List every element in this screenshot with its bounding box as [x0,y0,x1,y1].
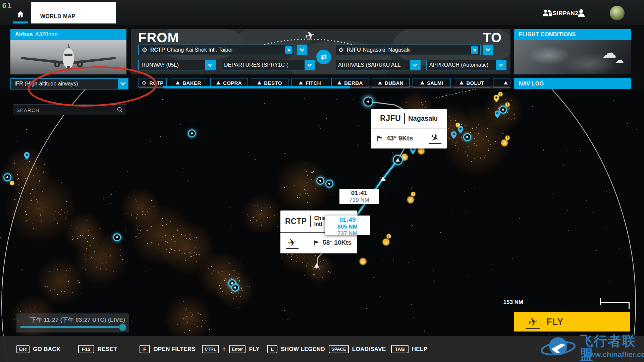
hint-label: HELP [412,346,428,353]
chevron-down-icon[interactable] [496,60,506,70]
hint-show-legend: LSHOW LEGEND [267,336,325,362]
waypoint-scrollbar-thumb[interactable] [163,86,350,88]
waypoint-chip-label: BERBA [344,80,363,86]
map-pin-icon[interactable] [24,152,30,161]
alert-marker[interactable]: ! [498,92,503,97]
poi-star-marker[interactable]: ★ [407,196,415,204]
clear-to-button[interactable]: ✕ [471,46,478,54]
approach-dropdown[interactable]: APPROACH (Automatic) [426,60,506,70]
airport-marker-icon[interactable] [3,173,11,181]
flight-rules-dropdown[interactable]: IFR (High-altitude airways) [10,78,128,89]
waypoint-scrollbar-track[interactable] [139,86,510,88]
world-map[interactable]: !★★!★!★★!!!!★! RJFU Nagasaki 43° 9Kts ✈ [0,89,644,362]
swap-airports-button[interactable]: ⇄ [316,50,331,64]
search-input[interactable]: SEARCH [13,105,126,115]
from-name: Chiang Kai Shek Intl, Taipei [167,47,232,53]
tab-world-map[interactable]: WORLD MAP [31,2,116,23]
aircraft-maker: Airbus [15,32,33,38]
time-display: 下午 11:27 (下午 03:27 UTC) (LIVE) [31,316,125,324]
aircraft-panel[interactable]: Airbus A320neo [10,29,126,74]
airport-marker-icon[interactable] [231,284,239,292]
dest-wind: 43° 9Kts [386,134,413,142]
watermark-url: www.chinaflier.com [584,350,644,359]
from-dropdown-chevron[interactable] [297,45,307,55]
airport-marker-icon[interactable] [325,180,333,188]
watermark: 飞行者联盟 www.chinaflier.com [540,334,641,362]
key-space: SPACE [329,345,349,353]
tab-world-map-label: WORLD MAP [40,13,75,19]
waypoint-chip-label: BESTO [264,80,282,86]
aircraft-image [10,40,126,74]
map-pin-icon[interactable] [458,126,464,135]
arrivals-dropdown[interactable]: ARRIVALS (SARUKU ALL [335,60,421,70]
time-slider-panel[interactable]: 下午 11:27 (下午 03:27 UTC) (LIVE) [16,313,129,333]
hint-load-save: SPACELOAD/SAVE [329,336,386,362]
waypoint-chip-label: BOLUT [466,80,484,86]
waypoint-triangle-icon [420,81,424,84]
flight-conditions-panel[interactable]: FLIGHT CONDITIONS ☁ ☁ [514,29,631,74]
hint-open-filters: FOPEN FILTERS [140,336,196,362]
airport-marker-icon[interactable] [113,233,121,241]
airport-marker-icon[interactable] [316,177,324,185]
map-pin-yellow-icon[interactable] [494,95,499,104]
leg1-time: 01:41 [339,189,379,197]
waypoint-chip-label: DUBAN [385,80,404,86]
from-airport-field[interactable]: RCTPChiang Kai Shek Intl, Taipei ✕ [138,45,295,55]
origin-icao: RCTP [285,217,307,226]
alert-marker[interactable]: ! [386,234,391,239]
flight-rules-value: IFR (High-altitude airways) [11,81,118,87]
airport-marker-icon[interactable] [499,106,507,114]
from-icao: RCTP [150,47,165,53]
to-dropdown-chevron[interactable] [483,45,493,55]
key-l: L [267,345,277,353]
departures-dropdown[interactable]: DEPARTURES (SPRY1C ( [221,60,315,70]
waypoint-triangle-icon [176,81,180,84]
waypoint-triangle-icon [299,81,303,84]
nav-log-button[interactable]: NAV LOG [514,78,631,89]
clear-from-button[interactable]: ✕ [285,46,292,54]
waypoint-triangle-marker[interactable] [314,263,319,268]
to-name: Nagasaki, Nagasaki [363,47,411,53]
time-slider-knob[interactable] [119,323,126,331]
alert-marker[interactable]: ! [10,181,15,186]
search-placeholder: SEARCH [13,107,117,113]
key-esc: Esc [16,345,30,353]
chevron-down-icon[interactable] [118,79,128,89]
runway-dropdown[interactable]: RUNWAY (05L) [138,60,216,70]
windsock-icon [313,239,320,246]
waypoint-triangle-icon [504,81,508,84]
top-bar: 61 WORLD MAP [0,0,644,25]
waypoint-triangle-icon [460,81,464,84]
avatar[interactable] [610,6,625,20]
dest-icao: RJFU [380,114,401,123]
takeoff-icon: ✈ [286,237,299,249]
poi-star-marker[interactable]: ★ [382,238,390,246]
alert-marker[interactable]: ! [411,192,416,197]
key-f12: F12 [78,345,94,353]
to-airport-field[interactable]: RJFUNagasaki, Nagasaki ✕ [335,45,481,55]
active-waypoint-marker[interactable] [393,155,403,165]
locate-icon [338,47,344,53]
chevron-down-icon[interactable] [410,60,420,70]
chevron-down-icon[interactable] [205,60,215,70]
alert-marker[interactable]: ! [505,135,510,140]
airport-marker-icon[interactable] [188,129,196,137]
airport-marker-icon[interactable] [463,133,471,141]
destination-airport-card[interactable]: RJFU Nagasaki 43° 9Kts ✈ [371,109,447,148]
flight-conditions-header[interactable]: FLIGHT CONDITIONS [514,29,631,40]
hint-label: LOAD/SAVE [352,346,386,353]
tab-home[interactable] [13,10,28,24]
poi-star-marker[interactable]: ★ [359,258,367,265]
key-ctrl: CTRL [202,345,219,353]
alert-marker[interactable]: ! [505,102,510,107]
waypoint-triangle-marker[interactable] [380,177,386,181]
fly-button[interactable]: ✈ FLY [514,312,630,331]
chevron-down-icon[interactable] [305,60,315,70]
locate-icon [142,80,147,85]
map-pin-icon[interactable] [451,131,457,140]
waypoint-chip-label: FITCH [306,80,321,86]
aircraft-header[interactable]: Airbus A320neo [10,29,126,40]
map-pin-icon[interactable] [495,111,500,120]
airport-marker-icon[interactable] [363,97,373,107]
time-slider-track[interactable] [20,326,124,328]
